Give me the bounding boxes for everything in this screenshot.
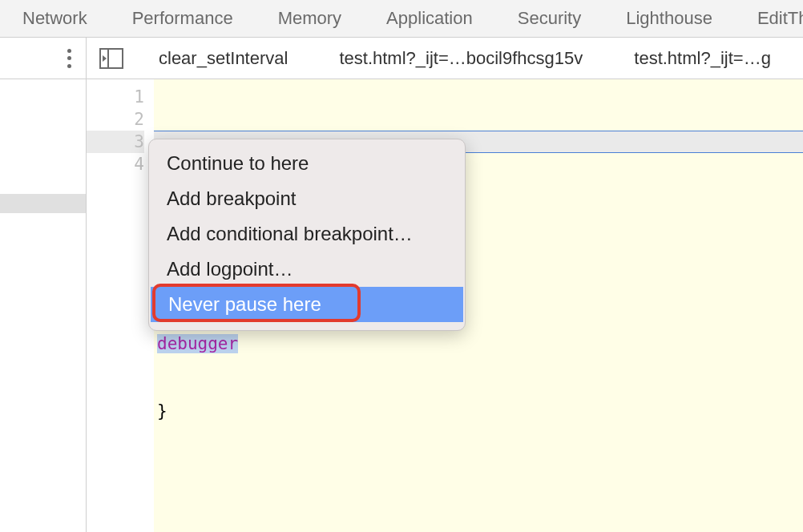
navigator-toggle-icon[interactable] bbox=[98, 48, 125, 69]
code-line: } bbox=[157, 400, 803, 422]
left-panel bbox=[0, 79, 87, 532]
sources-toolbar: clear_setInterval test.html?_ijt=…bocil9… bbox=[0, 38, 803, 79]
tab-memory[interactable]: Memory bbox=[256, 0, 364, 37]
tok-debugger: debugger bbox=[157, 334, 238, 353]
file-tab-test-2[interactable]: test.html?_ijt=…g bbox=[616, 48, 789, 69]
code-line: debugger bbox=[157, 332, 803, 355]
menu-add-breakpoint[interactable]: Add breakpoint bbox=[149, 181, 465, 216]
line-number[interactable]: 4 bbox=[87, 153, 144, 175]
tab-lighthouse[interactable]: Lighthouse bbox=[603, 0, 735, 37]
line-number-paused[interactable]: 3 bbox=[87, 131, 144, 153]
toolbar-left bbox=[0, 38, 87, 79]
tab-editth[interactable]: EditTh bbox=[735, 0, 803, 37]
line-number[interactable]: 2 bbox=[87, 108, 144, 131]
file-tab-test-1[interactable]: test.html?_ijt=…bocil9fhcsg15v bbox=[321, 48, 600, 69]
tab-network[interactable]: Network bbox=[0, 0, 110, 37]
line-gutter: 1 2 3 4 bbox=[87, 79, 154, 532]
menu-continue-to-here[interactable]: Continue to here bbox=[149, 146, 465, 181]
tab-application[interactable]: Application bbox=[364, 0, 495, 37]
file-tab-clear-setinterval[interactable]: clear_setInterval bbox=[141, 48, 305, 69]
kebab-menu-icon[interactable] bbox=[67, 49, 71, 68]
gutter-context-menu: Continue to here Add breakpoint Add cond… bbox=[148, 139, 466, 331]
menu-never-pause-here[interactable]: Never pause here bbox=[151, 287, 463, 322]
devtools-tab-strip: Network Performance Memory Application S… bbox=[0, 0, 803, 38]
menu-add-logpoint[interactable]: Add logpoint… bbox=[149, 252, 465, 287]
toolbar-right: clear_setInterval test.html?_ijt=…bocil9… bbox=[87, 48, 803, 69]
line-number[interactable]: 1 bbox=[87, 86, 144, 108]
svg-marker-2 bbox=[103, 55, 107, 62]
tab-security[interactable]: Security bbox=[495, 0, 603, 37]
tab-performance[interactable]: Performance bbox=[110, 0, 256, 37]
menu-add-conditional-breakpoint[interactable]: Add conditional breakpoint… bbox=[149, 216, 465, 252]
left-panel-selection[interactable] bbox=[0, 194, 86, 213]
